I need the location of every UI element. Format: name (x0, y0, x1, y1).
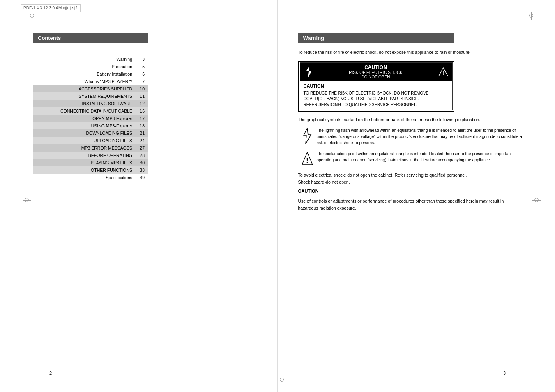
toc-label: INSTALLING SOFTWARE (36, 101, 132, 106)
symbol-row-exclaim: ! The exclamation point within an equila… (298, 151, 523, 167)
shock-hazard-text: Shock hazard-do not open. (298, 179, 523, 186)
toc-label: OPEN MP3-Explorer (36, 116, 132, 121)
toc-page-number: 16 (136, 108, 145, 113)
exclaim-icon-right: ! (438, 66, 448, 78)
toc-page-number: 7 (136, 79, 145, 84)
toc-page-number: 39 (136, 175, 145, 180)
warning-header: Warning (298, 33, 454, 43)
toc-page-number: 24 (136, 138, 145, 143)
toc-page-number: 10 (136, 86, 145, 91)
toc-label: What is "MP3 PLAYER"? (36, 79, 132, 84)
toc-label: SYSTEM REQUIREMENTS (36, 94, 132, 99)
page-container: PDF-1 4.3.12 3:0 AM 페이지2 Contents Warnin… (0, 0, 555, 392)
toc-label: PLAYING MP3 FILES (36, 160, 132, 165)
symbol-exclaim-text: The exclamation point within an equilate… (317, 151, 523, 163)
caution-subtitle1: RISK OF ELECTRIC SHOCK (313, 70, 438, 75)
toc-row: SYSTEM REQUIREMENTS11 (33, 92, 148, 100)
caution-standalone-label: CAUTION (298, 189, 523, 194)
right-page: Warning To reduce the risk of fire or el… (278, 0, 555, 392)
toc-row: MP3 ERROR MESSAGES27 (33, 144, 148, 152)
page-number-right: 3 (503, 371, 506, 376)
toc-label: DOWNLOADING FILES (36, 131, 132, 136)
toc-row: DOWNLOADING FILES21 (33, 129, 148, 137)
toc-row: Warning3 (33, 55, 148, 63)
toc-row: Precaution5 (33, 63, 148, 70)
toc-row: CONNECTING DATA IN/OUT CABLE16 (33, 107, 148, 115)
toc-label: Battery Installation (36, 71, 132, 76)
toc-label: BEFORE OPERATING (36, 153, 132, 158)
caution-top: CAUTION RISK OF ELECTRIC SHOCK DO NOT OP… (300, 63, 452, 81)
left-page: Contents Warning3Precaution5Battery Inst… (0, 0, 278, 392)
caution-title: CAUTION (313, 65, 438, 70)
toc-page-number: 28 (136, 153, 145, 158)
symbol-exclaim: ! (298, 151, 317, 167)
toc-label: MP3 ERROR MESSAGES (36, 145, 132, 150)
toc-table: Warning3Precaution5Battery Installation6… (33, 55, 148, 181)
toc-row: INSTALLING SOFTWARE12 (33, 100, 148, 107)
toc-row: OPEN MP3-Explorer17 (33, 115, 148, 122)
toc-row: Specifications39 (33, 174, 148, 181)
caution-top-center: CAUTION RISK OF ELECTRIC SHOCK DO NOT OP… (313, 65, 438, 79)
svg-text:!: ! (442, 70, 444, 76)
avoid-shock-text: To avoid electrical shock; do not open t… (298, 172, 523, 179)
exclaim-symbol-icon: ! (301, 152, 313, 166)
toc-page-number: 30 (136, 160, 145, 165)
caution-box-inner: CAUTION RISK OF ELECTRIC SHOCK DO NOT OP… (300, 62, 453, 110)
warning-title: Warning (303, 35, 325, 41)
svg-marker-0 (306, 66, 312, 78)
toc-page-number: 11 (136, 94, 145, 99)
toc-row: What is "MP3 PLAYER"?7 (33, 78, 148, 85)
toc-label: ACCESSORIES SUPPLIED (36, 86, 132, 91)
symbol-row-lightning: The lightning flash with arrowhead withi… (298, 127, 523, 146)
lightning-symbol-icon (302, 128, 313, 144)
svg-marker-3 (304, 128, 311, 144)
toc-row: ACCESSORIES SUPPLIED10 (33, 85, 148, 92)
toc-page-number: 38 (136, 168, 145, 173)
caution-body-label: CAUTION (304, 83, 449, 89)
caution-standalone-text: Use of controls or adjustments or perfor… (298, 198, 523, 212)
toc-row: BEFORE OPERATING28 (33, 152, 148, 159)
caution-bottom: CAUTION TO REDUCE THE RISK OF ELECTRIC S… (300, 81, 452, 110)
toc-label: Precaution (36, 64, 132, 69)
toc-label: USING MP3-Explorer (36, 123, 132, 128)
toc-page-number: 6 (136, 71, 145, 76)
bottom-text-section: To avoid electrical shock; do not open t… (298, 172, 523, 186)
toc-page-number: 5 (136, 64, 145, 69)
page-number-left: 2 (49, 371, 52, 376)
toc-page-number: 3 (136, 57, 145, 62)
graphic-note: The graphical symbols marked on the bott… (298, 117, 523, 123)
toc-label: Specifications (36, 175, 132, 180)
warning-intro: To reduce the risk of fire or electric s… (298, 49, 523, 56)
caution-body-text: TO REDUCE THE RISK OF ELECTRIC SHOCK, DO… (304, 91, 429, 107)
toc-row: Battery Installation6 (33, 70, 148, 78)
lightning-icon-left (304, 66, 313, 78)
toc-label: UPLOADING FILES (36, 138, 132, 143)
toc-page-number: 12 (136, 101, 145, 106)
caution-box: CAUTION RISK OF ELECTRIC SHOCK DO NOT OP… (298, 61, 454, 112)
toc-label: Warning (36, 57, 132, 62)
toc-label: CONNECTING DATA IN/OUT CABLE (36, 108, 132, 113)
contents-title: Contents (38, 35, 61, 41)
caution-subtitle2: DO NOT OPEN (313, 75, 438, 79)
toc-page-number: 17 (136, 116, 145, 121)
toc-page-number: 27 (136, 145, 145, 150)
symbol-lightning (298, 127, 317, 145)
symbol-lightning-text: The lightning flash with arrowhead withi… (317, 127, 523, 146)
toc-row: USING MP3-Explorer18 (33, 122, 148, 129)
toc-label: OTHER FUNCTIONS (36, 168, 132, 173)
toc-row: PLAYING MP3 FILES30 (33, 159, 148, 166)
toc-row: UPLOADING FILES24 (33, 137, 148, 144)
contents-header: Contents (33, 33, 148, 43)
svg-text:!: ! (306, 157, 308, 164)
toc-page-number: 18 (136, 123, 145, 128)
toc-row: OTHER FUNCTIONS38 (33, 166, 148, 174)
toc-page-number: 21 (136, 131, 145, 136)
